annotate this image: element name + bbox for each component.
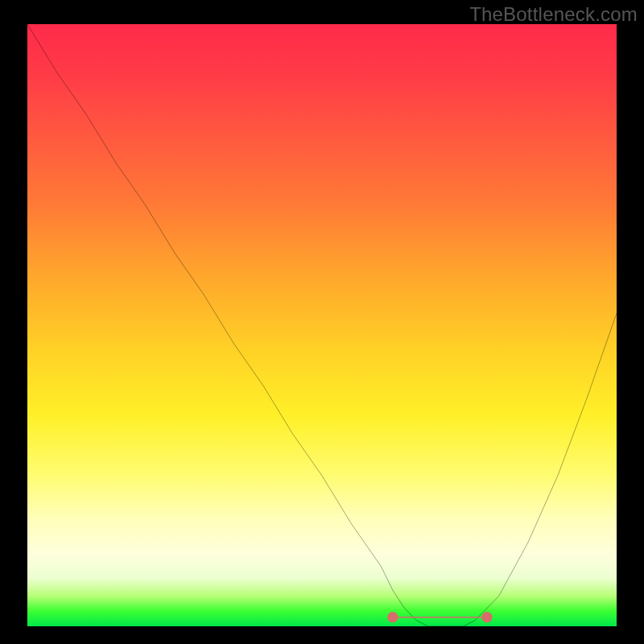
- bottleneck-curve-path: [27, 24, 617, 626]
- watermark-text: TheBottleneck.com: [469, 3, 638, 26]
- curve-layer: [27, 24, 617, 626]
- plot-area: [27, 24, 617, 626]
- flat-segment-start-dot: [387, 612, 398, 622]
- chart-stage: TheBottleneck.com: [0, 0, 644, 644]
- flat-segment-end-dot: [481, 612, 492, 622]
